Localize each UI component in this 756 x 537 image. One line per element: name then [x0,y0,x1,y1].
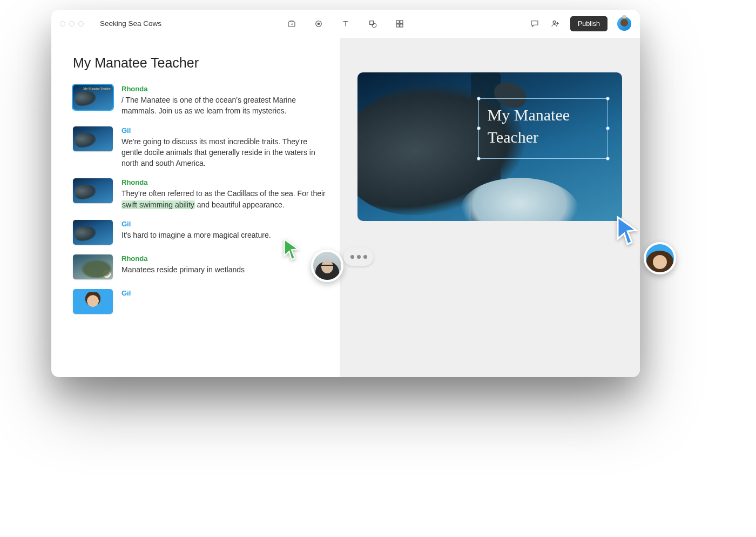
speaker-name[interactable]: Gil [122,289,329,297]
resize-handle[interactable] [477,157,481,160]
transcript-text[interactable]: They're often referred to as the Cadilla… [122,188,329,210]
toolbar: Seeking Sea Cows [51,10,640,38]
user-avatar[interactable] [617,17,631,31]
selection-frame[interactable] [478,98,608,159]
app-window: Seeking Sea Cows [51,10,640,377]
speaker-name[interactable]: Rhonda [122,85,329,93]
media-library-icon[interactable] [286,18,297,29]
segment-text: GilIt's hard to imagine a more magical c… [122,220,329,240]
page-title: My Manatee Teacher [73,55,329,71]
svg-rect-8 [400,24,403,26]
svg-rect-5 [396,21,399,23]
segment-thumbnail[interactable] [73,178,113,203]
segment-text: RhondaManatees reside primary in wetland… [122,254,329,275]
svg-point-4 [372,23,376,28]
transcript-text[interactable]: We're going to discuss its most incredib… [122,136,329,169]
segment-row[interactable]: Gil [73,289,329,314]
transcript-text[interactable]: It's hard to imagine a more magical crea… [122,230,329,240]
segment-thumbnail[interactable] [73,254,113,279]
segment-text: RhondaThey're often referred to as the C… [122,178,329,210]
segment-thumbnail[interactable] [73,126,113,151]
maximize-window-icon[interactable] [78,21,84,26]
segment-row[interactable]: My Manatee TeacherRhonda/ The Manatee is… [73,85,329,117]
right-toolbar: Publish [529,16,631,31]
segment-text: GilWe're going to discuss its most incre… [122,126,329,169]
segment-text: Gil [122,289,329,299]
segment-thumbnail[interactable]: My Manatee Teacher [73,85,113,110]
resize-handle[interactable] [477,97,481,100]
transcript-text[interactable]: Manatees reside primary in wetlands [122,264,329,275]
typing-indicator [343,247,374,266]
segment-thumbnail[interactable] [73,220,113,245]
minimize-window-icon[interactable] [69,21,75,26]
speaker-name[interactable]: Gil [122,126,329,135]
content-area: My Manatee Teacher My Manatee TeacherRho… [51,38,640,377]
shapes-tool-icon[interactable] [367,18,378,29]
resize-handle[interactable] [606,157,610,160]
svg-rect-6 [400,21,403,23]
segment-row[interactable]: RhondaThey're often referred to as the C… [73,178,329,210]
share-invite-icon[interactable] [550,18,561,29]
svg-point-2 [318,22,320,25]
svg-point-9 [553,21,556,23]
center-toolbar [286,18,405,29]
segment-text: Rhonda/ The Manatee is one of the ocean'… [122,85,329,117]
collaborator-avatar-gil [644,242,676,274]
collaborator-avatar-rhonda [311,250,343,282]
record-icon[interactable] [313,18,324,29]
segment-row[interactable]: RhondaManatees reside primary in wetland… [73,254,329,279]
canvas-panel[interactable]: My Manatee Teacher [340,38,640,377]
window-controls[interactable] [60,21,84,26]
speaker-name[interactable]: Rhonda [122,178,329,186]
resize-handle[interactable] [606,97,610,100]
segment-row[interactable]: GilWe're going to discuss its most incre… [73,126,329,169]
resize-handle[interactable] [477,126,481,130]
comments-icon[interactable] [529,18,540,29]
resize-handle[interactable] [606,126,610,130]
speaker-name[interactable]: Rhonda [122,254,329,263]
templates-icon[interactable] [394,18,405,29]
slide-preview[interactable]: My Manatee Teacher [357,72,622,221]
close-window-icon[interactable] [60,21,65,26]
document-title[interactable]: Seeking Sea Cows [100,19,161,28]
publish-button[interactable]: Publish [570,16,608,31]
transcript-text[interactable]: / The Manatee is one of the ocean's grea… [122,95,329,117]
script-panel: My Manatee Teacher My Manatee TeacherRho… [51,38,340,377]
highlighted-text[interactable]: swift swimming ability [122,200,195,209]
segment-list: My Manatee TeacherRhonda/ The Manatee is… [73,85,329,314]
segment-thumbnail[interactable] [73,289,113,314]
speaker-name[interactable]: Gil [122,220,329,228]
segment-row[interactable]: GilIt's hard to imagine a more magical c… [73,220,329,245]
text-tool-icon[interactable] [340,18,351,29]
svg-rect-7 [396,24,399,26]
